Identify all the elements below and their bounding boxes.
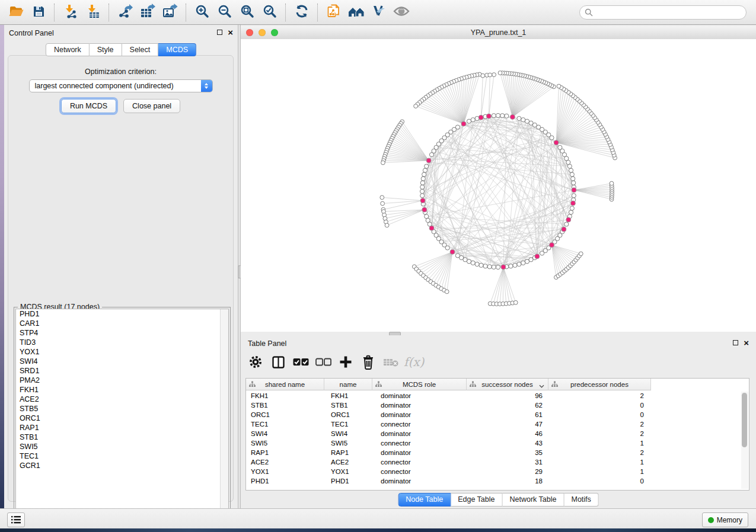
cell-shared-name[interactable]: ACE2 bbox=[246, 459, 324, 466]
vizmapper-button[interactable] bbox=[368, 2, 390, 23]
refresh-network-button[interactable] bbox=[291, 2, 313, 23]
graph-node[interactable] bbox=[572, 181, 576, 185]
graph-node[interactable] bbox=[567, 164, 572, 168]
graph-node[interactable] bbox=[517, 262, 521, 266]
graph-node[interactable] bbox=[517, 116, 521, 120]
cell-name[interactable]: SWI5 bbox=[324, 440, 372, 447]
network-file-button[interactable] bbox=[323, 2, 345, 23]
graph-node[interactable] bbox=[510, 114, 515, 119]
graph-node[interactable] bbox=[481, 73, 485, 78]
table-scrollbar[interactable] bbox=[741, 392, 748, 489]
graph-node[interactable] bbox=[479, 263, 483, 267]
mcds-result-item[interactable]: SWI5 bbox=[16, 442, 228, 451]
graph-node[interactable] bbox=[445, 290, 449, 294]
graph-node[interactable] bbox=[429, 153, 433, 157]
task-history-button[interactable] bbox=[7, 512, 25, 527]
table-row[interactable]: PHD1PHD1dominator180 bbox=[246, 476, 741, 486]
mcds-result-item[interactable]: PMA2 bbox=[16, 376, 228, 385]
graph-node[interactable] bbox=[572, 188, 576, 193]
graph-node[interactable] bbox=[467, 259, 471, 264]
mcds-result-item[interactable]: CAR1 bbox=[16, 319, 228, 328]
graph-node[interactable] bbox=[557, 84, 561, 88]
cell-successor-nodes[interactable]: 43 bbox=[467, 440, 548, 447]
graph-node[interactable] bbox=[570, 206, 574, 210]
cell-predecessor-nodes[interactable]: 0 bbox=[548, 411, 651, 418]
graph-node[interactable] bbox=[570, 172, 574, 177]
cell-MCDS-role[interactable]: connector bbox=[372, 468, 467, 475]
cell-shared-name[interactable]: RAP1 bbox=[246, 449, 324, 456]
zoom-fit-button[interactable] bbox=[236, 2, 259, 23]
cell-shared-name[interactable]: STB1 bbox=[246, 402, 324, 409]
graph-node[interactable] bbox=[487, 265, 492, 269]
cell-name[interactable]: TEC1 bbox=[324, 421, 372, 428]
cell-MCDS-role[interactable]: dominator bbox=[372, 430, 467, 437]
float-window-icon[interactable] bbox=[733, 340, 738, 345]
graph-node[interactable] bbox=[492, 114, 496, 118]
delete-column-button[interactable] bbox=[358, 353, 378, 373]
graph-node[interactable] bbox=[420, 185, 425, 189]
import-network-button[interactable] bbox=[59, 2, 82, 23]
mcds-result-item[interactable]: PHD1 bbox=[16, 309, 228, 319]
graph-node[interactable] bbox=[513, 263, 517, 267]
graph-node[interactable] bbox=[566, 217, 571, 222]
mcds-result-item[interactable]: GCR1 bbox=[16, 461, 228, 470]
graph-node[interactable] bbox=[492, 73, 496, 77]
graph-node[interactable] bbox=[521, 261, 525, 265]
graph-node[interactable] bbox=[385, 223, 389, 227]
mcds-result-item[interactable]: SWI4 bbox=[16, 357, 228, 366]
table-row[interactable]: RAP1RAP1dominator352 bbox=[246, 448, 741, 457]
cell-name[interactable]: ACE2 bbox=[324, 459, 372, 466]
table-row[interactable]: ORC1ORC1dominator610 bbox=[246, 410, 741, 419]
float-window-icon[interactable] bbox=[217, 30, 222, 35]
mcds-result-item[interactable]: RAP1 bbox=[16, 423, 228, 432]
graph-node[interactable] bbox=[414, 104, 418, 108]
cell-successor-nodes[interactable]: 46 bbox=[467, 430, 548, 437]
table-row[interactable]: ACE2ACE2connector311 bbox=[246, 457, 741, 467]
graph-node[interactable] bbox=[610, 181, 614, 185]
search-input[interactable] bbox=[593, 8, 738, 17]
cell-MCDS-role[interactable]: connector bbox=[372, 459, 467, 466]
show-hide-button[interactable] bbox=[390, 2, 413, 23]
import-table-button[interactable] bbox=[82, 2, 104, 23]
graph-node[interactable] bbox=[535, 254, 540, 259]
graph-node[interactable] bbox=[505, 114, 509, 118]
cell-name[interactable]: PHD1 bbox=[324, 477, 372, 485]
graph-node[interactable] bbox=[550, 243, 554, 248]
graph-node[interactable] bbox=[513, 300, 518, 305]
mcds-result-item[interactable]: YOX1 bbox=[16, 347, 228, 357]
tab-style[interactable]: Style bbox=[90, 43, 122, 56]
graph-node[interactable] bbox=[423, 168, 427, 172]
cell-predecessor-nodes[interactable]: 2 bbox=[548, 430, 651, 437]
mcds-result-item[interactable]: SRD1 bbox=[16, 366, 228, 376]
graph-node[interactable] bbox=[420, 194, 425, 198]
cell-MCDS-role[interactable]: connector bbox=[372, 440, 467, 447]
graph-node[interactable] bbox=[496, 265, 500, 269]
mcds-result-item[interactable]: ORC1 bbox=[16, 414, 228, 423]
cell-successor-nodes[interactable]: 47 bbox=[467, 421, 548, 428]
graph-node[interactable] bbox=[572, 194, 576, 198]
save-session-button[interactable] bbox=[27, 2, 50, 23]
graph-node[interactable] bbox=[420, 198, 425, 203]
export-image-button[interactable] bbox=[159, 2, 181, 23]
graph-node[interactable] bbox=[562, 227, 566, 232]
graph-node[interactable] bbox=[501, 265, 506, 270]
column-header-predecessor-nodes[interactable]: predecessor nodes bbox=[548, 379, 651, 390]
home-button[interactable] bbox=[345, 2, 368, 23]
graph-node[interactable] bbox=[380, 196, 384, 200]
deselect-all-button[interactable] bbox=[313, 353, 333, 373]
tab-network[interactable]: Network bbox=[46, 43, 90, 56]
cell-predecessor-nodes[interactable]: 2 bbox=[548, 449, 651, 456]
cell-shared-name[interactable]: ORC1 bbox=[246, 411, 324, 418]
run-mcds-button[interactable]: Run MCDS bbox=[61, 99, 116, 113]
graph-node[interactable] bbox=[570, 201, 575, 206]
mcds-result-list[interactable]: PHD1CAR1STP4TID3YOX1SWI4SRD1PMA2FKH1ACE2… bbox=[15, 309, 229, 524]
table-row[interactable]: TEC1TEC1connector472 bbox=[246, 419, 741, 429]
mcds-result-item[interactable]: STB1 bbox=[16, 432, 228, 442]
table-row[interactable]: YOX1YOX1connector291 bbox=[246, 467, 741, 476]
column-header-name[interactable]: name bbox=[324, 379, 372, 390]
zoom-out-button[interactable] bbox=[213, 2, 236, 23]
cell-name[interactable]: RAP1 bbox=[324, 449, 372, 456]
graph-node[interactable] bbox=[471, 118, 475, 122]
graph-node[interactable] bbox=[564, 222, 569, 226]
column-header-successor-nodes[interactable]: successor nodes bbox=[467, 379, 548, 390]
